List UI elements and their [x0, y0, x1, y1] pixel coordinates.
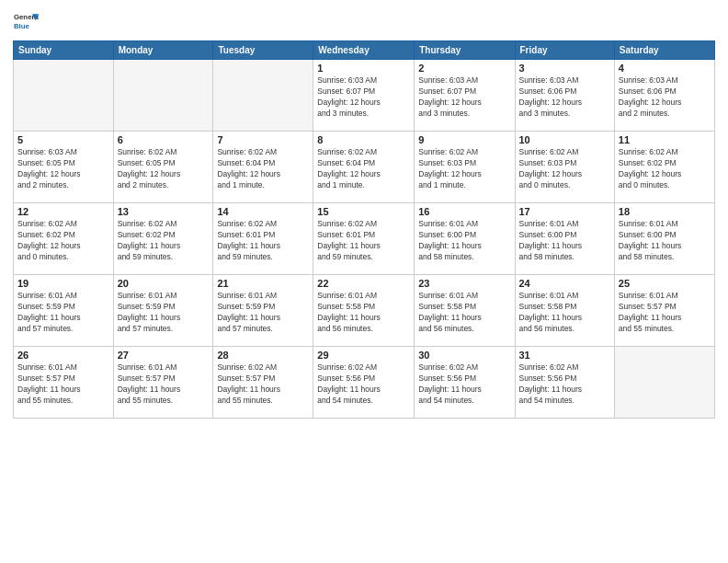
day-number: 12 [17, 206, 109, 217]
weekday-sunday: Sunday [14, 41, 114, 60]
day-cell [113, 60, 213, 132]
day-cell: 31Sunrise: 6:02 AM Sunset: 5:56 PM Dayli… [515, 347, 614, 419]
day-info: Sunrise: 6:02 AM Sunset: 5:57 PM Dayligh… [217, 362, 309, 407]
day-number: 27 [118, 350, 210, 361]
day-cell: 9Sunrise: 6:02 AM Sunset: 6:03 PM Daylig… [415, 132, 515, 203]
day-cell: 22Sunrise: 6:01 AM Sunset: 5:58 PM Dayli… [313, 275, 415, 347]
day-info: Sunrise: 6:03 AM Sunset: 6:05 PM Dayligh… [17, 147, 109, 191]
day-cell [614, 347, 714, 419]
day-number: 19 [17, 278, 109, 289]
day-info: Sunrise: 6:02 AM Sunset: 6:04 PM Dayligh… [317, 147, 410, 191]
day-cell: 19Sunrise: 6:01 AM Sunset: 5:59 PM Dayli… [14, 275, 114, 347]
day-cell [213, 60, 313, 132]
day-cell: 2Sunrise: 6:03 AM Sunset: 6:07 PM Daylig… [415, 60, 515, 132]
day-cell: 8Sunrise: 6:02 AM Sunset: 6:04 PM Daylig… [313, 132, 415, 203]
day-info: Sunrise: 6:02 AM Sunset: 5:56 PM Dayligh… [418, 362, 510, 407]
day-cell: 12Sunrise: 6:02 AM Sunset: 6:02 PM Dayli… [14, 203, 114, 275]
day-number: 18 [619, 206, 711, 217]
day-cell [14, 60, 114, 132]
day-cell: 14Sunrise: 6:02 AM Sunset: 6:01 PM Dayli… [213, 203, 313, 275]
day-cell: 27Sunrise: 6:01 AM Sunset: 5:57 PM Dayli… [113, 347, 213, 419]
week-row-1: 5Sunrise: 6:03 AM Sunset: 6:05 PM Daylig… [14, 132, 715, 203]
day-number: 1 [317, 63, 410, 74]
day-cell: 4Sunrise: 6:03 AM Sunset: 6:06 PM Daylig… [614, 60, 714, 132]
week-row-3: 19Sunrise: 6:01 AM Sunset: 5:59 PM Dayli… [14, 275, 715, 347]
day-cell: 7Sunrise: 6:02 AM Sunset: 6:04 PM Daylig… [213, 132, 313, 203]
day-info: Sunrise: 6:02 AM Sunset: 6:02 PM Dayligh… [17, 219, 109, 263]
day-number: 15 [317, 206, 410, 217]
day-cell: 18Sunrise: 6:01 AM Sunset: 6:00 PM Dayli… [614, 203, 714, 275]
day-info: Sunrise: 6:03 AM Sunset: 6:06 PM Dayligh… [619, 75, 711, 120]
day-number: 5 [17, 134, 109, 145]
day-info: Sunrise: 6:02 AM Sunset: 6:02 PM Dayligh… [118, 219, 210, 263]
calendar: SundayMondayTuesdayWednesdayThursdayFrid… [13, 40, 715, 419]
day-info: Sunrise: 6:01 AM Sunset: 5:58 PM Dayligh… [418, 291, 510, 335]
day-cell: 21Sunrise: 6:01 AM Sunset: 5:59 PM Dayli… [213, 275, 313, 347]
weekday-friday: Friday [515, 41, 614, 60]
day-info: Sunrise: 6:01 AM Sunset: 5:58 PM Dayligh… [519, 291, 610, 335]
day-number: 28 [217, 350, 309, 361]
day-cell: 25Sunrise: 6:01 AM Sunset: 5:57 PM Dayli… [614, 275, 714, 347]
day-number: 24 [519, 278, 610, 289]
day-info: Sunrise: 6:02 AM Sunset: 5:56 PM Dayligh… [519, 362, 610, 407]
day-info: Sunrise: 6:01 AM Sunset: 6:00 PM Dayligh… [418, 219, 510, 263]
weekday-saturday: Saturday [614, 41, 714, 60]
weekday-header-row: SundayMondayTuesdayWednesdayThursdayFrid… [14, 41, 715, 60]
day-info: Sunrise: 6:01 AM Sunset: 6:00 PM Dayligh… [619, 219, 711, 263]
week-row-2: 12Sunrise: 6:02 AM Sunset: 6:02 PM Dayli… [14, 203, 715, 275]
day-number: 2 [418, 63, 510, 74]
day-cell: 15Sunrise: 6:02 AM Sunset: 6:01 PM Dayli… [313, 203, 415, 275]
page: General Blue SundayMondayTuesdayWednesda… [0, 0, 728, 563]
day-info: Sunrise: 6:01 AM Sunset: 5:58 PM Dayligh… [317, 291, 410, 335]
day-cell: 3Sunrise: 6:03 AM Sunset: 6:06 PM Daylig… [515, 60, 614, 132]
day-cell: 29Sunrise: 6:02 AM Sunset: 5:56 PM Dayli… [313, 347, 415, 419]
day-number: 7 [217, 134, 309, 145]
day-info: Sunrise: 6:03 AM Sunset: 6:07 PM Dayligh… [418, 75, 510, 120]
day-number: 26 [17, 350, 109, 361]
day-info: Sunrise: 6:03 AM Sunset: 6:06 PM Dayligh… [519, 75, 610, 120]
day-info: Sunrise: 6:02 AM Sunset: 6:01 PM Dayligh… [317, 219, 410, 263]
day-cell: 24Sunrise: 6:01 AM Sunset: 5:58 PM Dayli… [515, 275, 614, 347]
day-info: Sunrise: 6:02 AM Sunset: 6:03 PM Dayligh… [519, 147, 610, 191]
day-number: 30 [418, 350, 510, 361]
weekday-wednesday: Wednesday [313, 41, 415, 60]
weekday-tuesday: Tuesday [213, 41, 313, 60]
day-number: 21 [217, 278, 309, 289]
day-cell: 28Sunrise: 6:02 AM Sunset: 5:57 PM Dayli… [213, 347, 313, 419]
day-info: Sunrise: 6:02 AM Sunset: 6:05 PM Dayligh… [118, 147, 210, 191]
weekday-thursday: Thursday [415, 41, 515, 60]
day-cell: 26Sunrise: 6:01 AM Sunset: 5:57 PM Dayli… [14, 347, 114, 419]
svg-text:Blue: Blue [14, 22, 30, 30]
day-info: Sunrise: 6:02 AM Sunset: 6:03 PM Dayligh… [418, 147, 510, 191]
day-info: Sunrise: 6:02 AM Sunset: 6:04 PM Dayligh… [217, 147, 309, 191]
day-number: 10 [519, 134, 610, 145]
day-info: Sunrise: 6:01 AM Sunset: 5:57 PM Dayligh… [17, 362, 109, 407]
day-number: 16 [418, 206, 510, 217]
day-number: 31 [519, 350, 610, 361]
day-cell: 1Sunrise: 6:03 AM Sunset: 6:07 PM Daylig… [313, 60, 415, 132]
day-number: 11 [619, 134, 711, 145]
day-info: Sunrise: 6:01 AM Sunset: 5:57 PM Dayligh… [118, 362, 210, 407]
day-info: Sunrise: 6:01 AM Sunset: 5:59 PM Dayligh… [118, 291, 210, 335]
day-cell: 5Sunrise: 6:03 AM Sunset: 6:05 PM Daylig… [14, 132, 114, 203]
day-cell: 10Sunrise: 6:02 AM Sunset: 6:03 PM Dayli… [515, 132, 614, 203]
day-number: 22 [317, 278, 410, 289]
day-cell: 17Sunrise: 6:01 AM Sunset: 6:00 PM Dayli… [515, 203, 614, 275]
day-cell: 6Sunrise: 6:02 AM Sunset: 6:05 PM Daylig… [113, 132, 213, 203]
day-number: 29 [317, 350, 410, 361]
week-row-0: 1Sunrise: 6:03 AM Sunset: 6:07 PM Daylig… [14, 60, 715, 132]
day-number: 3 [519, 63, 610, 74]
day-number: 9 [418, 134, 510, 145]
day-number: 13 [118, 206, 210, 217]
day-cell: 20Sunrise: 6:01 AM Sunset: 5:59 PM Dayli… [113, 275, 213, 347]
day-number: 17 [519, 206, 610, 217]
day-number: 23 [418, 278, 510, 289]
day-cell: 13Sunrise: 6:02 AM Sunset: 6:02 PM Dayli… [113, 203, 213, 275]
day-info: Sunrise: 6:02 AM Sunset: 6:01 PM Dayligh… [217, 219, 309, 263]
day-info: Sunrise: 6:01 AM Sunset: 6:00 PM Dayligh… [519, 219, 610, 263]
day-cell: 30Sunrise: 6:02 AM Sunset: 5:56 PM Dayli… [415, 347, 515, 419]
day-cell: 23Sunrise: 6:01 AM Sunset: 5:58 PM Dayli… [415, 275, 515, 347]
logo-icon: General Blue [13, 9, 39, 35]
weekday-monday: Monday [113, 41, 213, 60]
day-cell: 16Sunrise: 6:01 AM Sunset: 6:00 PM Dayli… [415, 203, 515, 275]
